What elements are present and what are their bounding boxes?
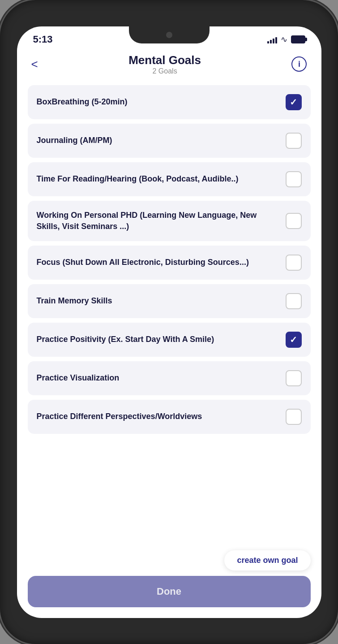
create-own-goal-button[interactable]: create own goal [224, 550, 310, 571]
battery-icon [291, 35, 305, 43]
goal-label-2: Journaling (AM/PM) [37, 135, 286, 146]
goal-label-8: Practice Visualization [37, 372, 286, 384]
goal-checkbox-4[interactable] [286, 213, 302, 229]
back-button[interactable]: < [31, 57, 38, 71]
goal-item-1: BoxBreathing (5-20min) ✓ [28, 85, 311, 119]
status-icons: ∿ [267, 35, 305, 44]
goal-checkbox-9[interactable] [286, 409, 302, 425]
done-button[interactable]: Done [28, 576, 311, 607]
notch [129, 26, 210, 43]
goal-label-3: Time For Reading/Hearing (Book, Podcast,… [37, 173, 286, 185]
goal-checkbox-6[interactable] [286, 293, 302, 309]
phone-screen: 5:13 ∿ < Mental Goals 2 Goals i [17, 26, 321, 618]
status-time: 5:13 [33, 34, 53, 45]
goal-checkbox-1[interactable]: ✓ [286, 94, 302, 110]
goal-label-1: BoxBreathing (5-20min) [37, 96, 286, 108]
wifi-icon: ∿ [281, 35, 287, 44]
goal-checkbox-7[interactable]: ✓ [286, 332, 302, 348]
signal-bar-1 [267, 41, 269, 43]
goal-checkbox-2[interactable] [286, 133, 302, 149]
goal-label-6: Train Memory Skills [37, 295, 286, 307]
goal-label-5: Focus (Shut Down All Electronic, Disturb… [37, 257, 286, 268]
camera-icon [166, 32, 172, 38]
signal-bar-4 [275, 37, 277, 43]
signal-bar-3 [273, 39, 274, 43]
phone-frame: 5:13 ∿ < Mental Goals 2 Goals i [0, 0, 338, 644]
goal-checkbox-3[interactable] [286, 171, 302, 187]
header: < Mental Goals 2 Goals i [17, 49, 321, 78]
goal-checkbox-5[interactable] [286, 255, 302, 271]
goal-label-9: Practice Different Perspectives/Worldvie… [37, 411, 286, 422]
goal-label-7: Practice Positivity (Ex. Start Day With … [37, 334, 286, 345]
goal-item-6: Train Memory Skills [28, 284, 311, 318]
header-title-group: Mental Goals 2 Goals [128, 53, 201, 75]
signal-icon [267, 35, 277, 43]
signal-bar-2 [270, 40, 272, 43]
goal-item-2: Journaling (AM/PM) [28, 124, 311, 158]
create-goal-row: create own goal [17, 547, 321, 576]
goal-item-4: Working On Personal PHD (Learning New La… [28, 201, 311, 241]
goals-list: BoxBreathing (5-20min) ✓ Journaling (AM/… [17, 78, 321, 547]
checkmark-icon-1: ✓ [290, 98, 297, 107]
goal-item-3: Time For Reading/Hearing (Book, Podcast,… [28, 162, 311, 196]
goal-label-4: Working On Personal PHD (Learning New La… [37, 210, 286, 232]
page-title: Mental Goals [128, 53, 201, 67]
goal-item-9: Practice Different Perspectives/Worldvie… [28, 400, 311, 434]
info-button[interactable]: i [291, 56, 307, 72]
goal-item-7: Practice Positivity (Ex. Start Day With … [28, 323, 311, 357]
goal-checkbox-8[interactable] [286, 370, 302, 386]
goal-item-8: Practice Visualization [28, 361, 311, 395]
goal-item-5: Focus (Shut Down All Electronic, Disturb… [28, 246, 311, 280]
checkmark-icon-7: ✓ [290, 335, 297, 344]
goals-count: 2 Goals [128, 67, 201, 75]
